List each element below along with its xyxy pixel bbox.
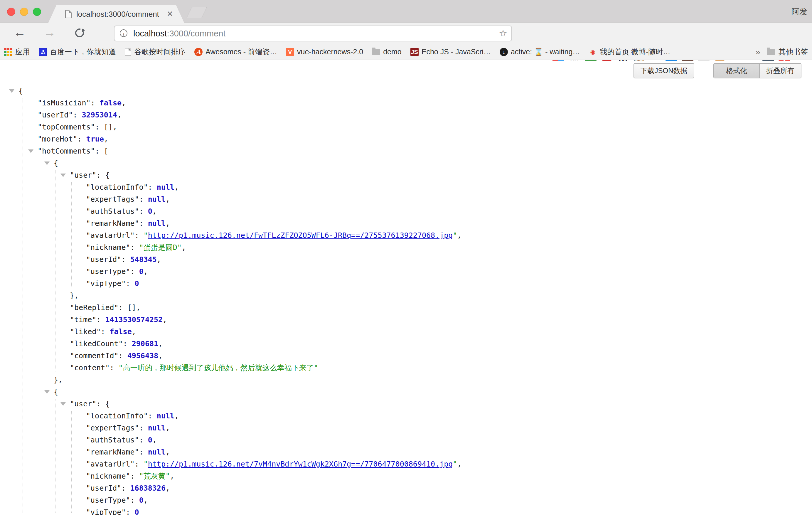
- json-punctuation: ,: [166, 484, 170, 492]
- json-value: null: [148, 195, 166, 203]
- json-key: "hotComments": [37, 147, 95, 155]
- collapse-all-button[interactable]: 折叠所有: [760, 64, 801, 78]
- json-key: "userType": [86, 496, 130, 505]
- json-line: "userType": 0,: [0, 494, 812, 506]
- json-punctuation: {: [54, 388, 58, 396]
- json-punctuation: :: [126, 508, 135, 515]
- json-line: "authStatus": 0,: [0, 434, 812, 446]
- json-link[interactable]: http://p1.music.126.net/7vM4nvBdrYw1cWgk…: [148, 460, 453, 468]
- page-favicon-icon: [65, 10, 71, 18]
- apps-icon: [4, 48, 12, 56]
- json-punctuation: ,: [163, 315, 167, 324]
- browser-tab[interactable]: localhost:3000/comment ✕: [48, 5, 184, 23]
- json-link[interactable]: http://p1.music.126.net/FwTFLzZFZOZO5WFL…: [148, 231, 453, 239]
- page-info-icon[interactable]: i: [120, 29, 127, 37]
- json-value: false: [110, 327, 132, 336]
- bookmark-active-download[interactable]: ↓active: ⌛ - waiting…: [500, 48, 580, 56]
- json-key: "moreHot": [37, 135, 77, 143]
- json-line: "avatarUrl": "http://p1.music.126.net/7v…: [0, 458, 812, 470]
- json-value: null: [157, 412, 174, 420]
- zoom-window-button[interactable]: [33, 8, 41, 16]
- tab-close-icon[interactable]: ✕: [167, 9, 173, 19]
- minimize-window-button[interactable]: [20, 8, 28, 16]
- json-value: null: [148, 219, 166, 228]
- demo-folder-icon: [372, 49, 380, 55]
- json-line: "authStatus": 0,: [0, 205, 812, 217]
- json-punctuation: ,: [132, 327, 136, 336]
- back-button[interactable]: ←: [13, 26, 26, 38]
- json-string: ": [453, 231, 457, 239]
- json-value: null: [148, 424, 166, 432]
- json-punctuation: ,: [144, 496, 148, 505]
- profile-name[interactable]: 阿发: [791, 6, 807, 17]
- json-key: "authStatus": [86, 207, 139, 216]
- json-key: "userId": [37, 111, 73, 119]
- json-line: },: [0, 374, 812, 386]
- baidu-icon: ஃ: [39, 48, 47, 56]
- json-punctuation: :: [126, 279, 135, 288]
- echo-js-icon: JS: [410, 48, 418, 56]
- new-tab-button[interactable]: [186, 7, 207, 18]
- other-bookmarks[interactable]: 其他书签: [779, 47, 808, 57]
- download-json-button[interactable]: 下载JSON数据: [634, 63, 694, 78]
- bookmark-vue-hackernews[interactable]: Vvue-hackernews-2.0: [286, 48, 363, 56]
- json-value: 0: [139, 267, 144, 276]
- address-bar[interactable]: i localhost:3000/comment ☆: [114, 26, 512, 41]
- json-punctuation: :: [130, 243, 139, 252]
- json-value: 1413530574252: [105, 315, 163, 324]
- google-by-time-icon: [125, 48, 131, 56]
- json-value: 16838326: [130, 484, 166, 492]
- json-punctuation: ,: [152, 207, 157, 216]
- bookmark-weibo-home[interactable]: ◉我的首页 微博-随时…: [588, 47, 670, 57]
- bookmark-star-icon[interactable]: ☆: [499, 28, 507, 39]
- bookmark-label: demo: [383, 48, 402, 56]
- bookmarks-bar: 应用ஃ百度一下，你就知道谷歌按时间排序AAwesomes - 前端资…Vvue-…: [0, 44, 812, 60]
- json-punctuation: ,: [104, 135, 108, 143]
- json-key: "userId": [86, 484, 121, 492]
- json-punctuation: :: [139, 436, 148, 444]
- json-line: "user": {: [0, 169, 812, 181]
- format-button[interactable]: 格式化: [714, 64, 760, 78]
- json-line: "content": "高一听的，那时候遇到了孩儿他妈，然后就这么幸福下来了": [0, 362, 812, 374]
- json-key: "expertTags": [86, 424, 139, 432]
- json-string: ": [144, 460, 148, 468]
- json-value: 0: [135, 508, 139, 515]
- json-punctuation: :: [110, 364, 118, 372]
- json-punctuation: ,: [174, 183, 179, 192]
- bookmark-label: vue-hackernews-2.0: [297, 48, 363, 56]
- awesomes-icon: A: [194, 48, 203, 56]
- close-window-button[interactable]: [7, 8, 15, 16]
- json-line: "avatarUrl": "http://p1.music.126.net/Fw…: [0, 229, 812, 241]
- json-key: "content": [70, 364, 110, 372]
- url-text[interactable]: localhost:3000/comment: [133, 29, 226, 38]
- url-host: localhost: [133, 29, 167, 38]
- bookmarks-bar-right: » 其他书签: [755, 44, 812, 60]
- forward-button: →: [44, 26, 56, 38]
- json-punctuation: :: [130, 472, 139, 480]
- bookmark-label: 应用: [15, 47, 30, 57]
- bookmark-google-by-time[interactable]: 谷歌按时间排序: [125, 47, 185, 57]
- json-line: "commentId": 4956438,: [0, 350, 812, 362]
- bookmark-apps[interactable]: 应用: [4, 47, 30, 57]
- bookmark-label: Echo JS - JavaScri…: [422, 48, 491, 56]
- bookmark-echo-js[interactable]: JSEcho JS - JavaScri…: [410, 48, 491, 56]
- json-value: true: [86, 135, 104, 143]
- bookmark-label: active: ⌛ - waiting…: [511, 48, 580, 56]
- json-punctuation: ,: [457, 231, 462, 239]
- bookmark-label: Awesomes - 前端资…: [205, 47, 277, 57]
- json-line: "userId": 16838326,: [0, 482, 812, 494]
- json-line: "beReplied": [],: [0, 302, 812, 314]
- json-key: "userType": [86, 267, 130, 276]
- bookmarks-overflow-icon[interactable]: »: [755, 47, 760, 57]
- reload-button[interactable]: [75, 28, 84, 37]
- json-tree: {"isMusician": false,"userId": 32953014,…: [0, 85, 812, 515]
- bookmark-baidu[interactable]: ஃ百度一下，你就知道: [39, 47, 116, 57]
- json-punctuation: ,: [158, 351, 163, 360]
- json-punctuation: :: [123, 339, 132, 348]
- bookmark-awesomes[interactable]: AAwesomes - 前端资…: [194, 47, 277, 57]
- json-punctuation: :: [139, 207, 148, 216]
- bookmark-label: 我的首页 微博-随时…: [600, 47, 670, 57]
- json-punctuation: ,: [158, 339, 163, 348]
- json-string: ": [453, 460, 457, 468]
- bookmark-demo-folder[interactable]: demo: [372, 48, 402, 56]
